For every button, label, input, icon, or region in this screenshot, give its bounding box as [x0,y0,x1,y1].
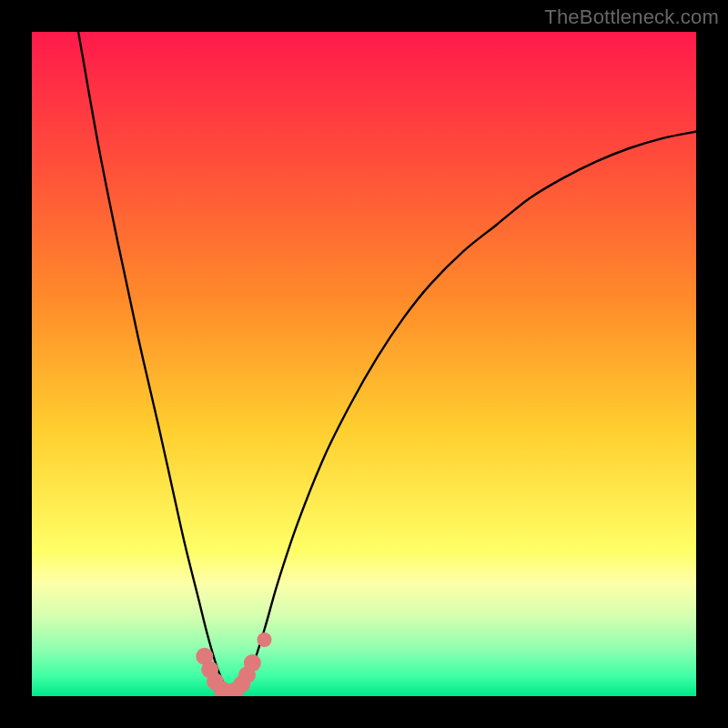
marker-dot [257,632,271,647]
chart-frame: TheBottleneck.com [0,0,728,728]
gradient-background [32,32,696,696]
plot-area [32,32,696,696]
watermark-text: TheBottleneck.com [544,5,719,29]
chart-svg [32,32,696,696]
marker-dot [244,654,261,672]
